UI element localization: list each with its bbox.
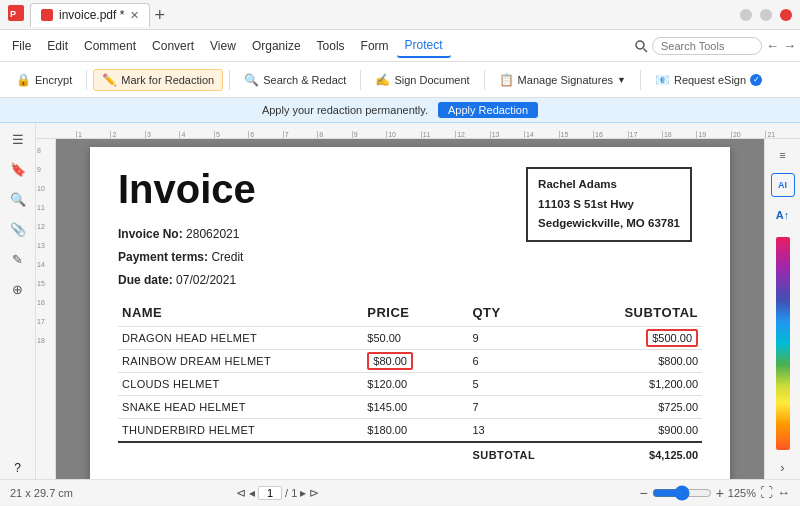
zoom-controls: − + 125% ⛶ ↔ (639, 485, 790, 501)
window-maximize[interactable] (760, 9, 772, 21)
row-subtotal: $800.00 (574, 350, 703, 373)
address-name: Rachel Adams (538, 175, 680, 195)
menubar: File Edit Comment Convert View Organize … (0, 30, 800, 62)
nav-next-page[interactable]: ▸ (300, 486, 306, 500)
esign-icon: 📧 (655, 73, 670, 87)
sidebar-icon-bookmark[interactable]: 🔖 (6, 157, 30, 181)
due-date-label: Due date: (118, 273, 173, 287)
redaction-banner: Apply your redaction permanently. Apply … (0, 98, 800, 123)
sidebar-icon-attachment[interactable]: 📎 (6, 217, 30, 241)
active-tab[interactable]: invoice.pdf * ✕ (30, 3, 150, 27)
row-subtotal: $725.00 (574, 396, 703, 419)
zoom-slider[interactable] (652, 485, 712, 501)
due-date-value: 07/02/2021 (176, 273, 236, 287)
menu-protect[interactable]: Protect (397, 34, 451, 58)
payment-terms-label: Payment terms: (118, 250, 208, 264)
sidebar-icon-help[interactable]: ? (14, 461, 21, 475)
search-tools-input[interactable] (652, 37, 762, 55)
sidebar-icon-add[interactable]: ⊕ (6, 277, 30, 301)
row-name: RAINBOW DREAM HELMET (118, 350, 363, 373)
right-sidebar: ≡ AI A↑ › (764, 139, 800, 479)
sidebar-icon-edit[interactable]: ✎ (6, 247, 30, 271)
row-qty: 5 (468, 373, 573, 396)
row-price: $180.00 (363, 419, 468, 443)
color-strip (776, 237, 790, 450)
subtotal-row: SUBTOTAL$4,125.00 (118, 442, 702, 467)
toolbar-sep-3 (360, 70, 361, 90)
apply-redaction-button[interactable]: Apply Redaction (438, 102, 538, 118)
col-header-subtotal: SUBTOTAL (574, 299, 703, 327)
window-minimize[interactable] (740, 9, 752, 21)
redaction-message: Apply your redaction permanently. (262, 104, 428, 116)
request-esign-button[interactable]: 📧 Request eSign ✓ (647, 70, 770, 90)
address-box: Rachel Adams 11103 S 51st Hwy Sedgewickv… (526, 167, 692, 242)
top-ruler: 1 2 3 4 5 6 7 8 9 10 11 12 13 14 15 16 1 (36, 123, 800, 139)
nav-next-button[interactable]: ⊳ (309, 486, 319, 500)
search-icon: 🔍 (244, 73, 259, 87)
new-tab-button[interactable]: + (154, 6, 165, 24)
table-row: RAINBOW DREAM HELMET$80.006$800.00 (118, 350, 702, 373)
row-price: $50.00 (363, 327, 468, 350)
col-header-price: PRICE (363, 299, 468, 327)
nav-prev-button[interactable]: ⊲ (236, 486, 246, 500)
nav-prev-page[interactable]: ◂ (249, 486, 255, 500)
tab-title: invoice.pdf * (59, 8, 124, 22)
invoice-table: NAME PRICE QTY SUBTOTAL DRAGON HEAD HELM… (118, 299, 702, 467)
page-number-input[interactable] (258, 486, 282, 500)
sign-document-button[interactable]: ✍️ Sign Document (367, 70, 477, 90)
fullscreen-button[interactable]: ⛶ (760, 485, 773, 500)
table-row: CLOUDS HELMET$120.005$1,200.00 (118, 373, 702, 396)
encrypt-button[interactable]: 🔒 Encrypt (8, 70, 80, 90)
row-subtotal: $1,200.00 (574, 373, 703, 396)
menu-comment[interactable]: Comment (76, 35, 144, 57)
row-subtotal: $500.00 (574, 327, 703, 350)
zoom-out-button[interactable]: − (639, 485, 647, 501)
zoom-in-button[interactable]: + (716, 485, 724, 501)
left-sidebar: ☰ 🔖 🔍 📎 ✎ ⊕ ? (0, 123, 36, 479)
fit-button[interactable]: ↔ (777, 485, 790, 500)
subtotal-value: $4,125.00 (574, 442, 703, 467)
row-qty: 9 (468, 327, 573, 350)
right-icon-ai[interactable]: AI (771, 173, 795, 197)
address-city: Sedgewickville, MO 63781 (538, 214, 680, 234)
manage-signatures-button[interactable]: 📋 Manage Signatures ▼ (491, 70, 634, 90)
toolbar-sep-2 (229, 70, 230, 90)
menu-tools[interactable]: Tools (309, 35, 353, 57)
row-qty: 13 (468, 419, 573, 443)
row-qty: 7 (468, 396, 573, 419)
col-header-qty: QTY (468, 299, 573, 327)
sidebar-icon-search[interactable]: 🔍 (6, 187, 30, 211)
row-price: $120.00 (363, 373, 468, 396)
nav-back-button[interactable]: ← (766, 38, 779, 53)
nav-forward-button[interactable]: → (783, 38, 796, 53)
titlebar: P invoice.pdf * ✕ + (0, 0, 800, 30)
menu-form[interactable]: Form (353, 35, 397, 57)
right-icon-a[interactable]: A↑ (771, 203, 795, 227)
sidebar-icon-menu[interactable]: ☰ (6, 127, 30, 151)
menu-convert[interactable]: Convert (144, 35, 202, 57)
toolbar-sep-1 (86, 70, 87, 90)
dropdown-icon: ▼ (617, 75, 626, 85)
right-arrow-icon[interactable]: › (780, 460, 784, 475)
menu-file[interactable]: File (4, 35, 39, 57)
search-tools-icon (634, 39, 648, 53)
pdf-page: Rachel Adams 11103 S 51st Hwy Sedgewickv… (90, 147, 730, 479)
row-name: SNAKE HEAD HELMET (118, 396, 363, 419)
col-header-name: NAME (118, 299, 363, 327)
window-close[interactable] (780, 9, 792, 21)
toolbar-sep-5 (640, 70, 641, 90)
row-name: THUNDERBIRD HELMET (118, 419, 363, 443)
pdf-viewport: Rachel Adams 11103 S 51st Hwy Sedgewickv… (56, 139, 764, 479)
row-qty: 6 (468, 350, 573, 373)
lock-icon: 🔒 (16, 73, 31, 87)
menu-edit[interactable]: Edit (39, 35, 76, 57)
menu-view[interactable]: View (202, 35, 244, 57)
zoom-level: 125% (728, 487, 756, 499)
search-redact-button[interactable]: 🔍 Search & Redact (236, 70, 354, 90)
right-icon-menu[interactable]: ≡ (771, 143, 795, 167)
row-name: CLOUDS HELMET (118, 373, 363, 396)
menu-organize[interactable]: Organize (244, 35, 309, 57)
table-row: SNAKE HEAD HELMET$145.007$725.00 (118, 396, 702, 419)
tab-close-icon[interactable]: ✕ (130, 9, 139, 22)
mark-redaction-button[interactable]: ✏️ Mark for Redaction (93, 69, 223, 91)
